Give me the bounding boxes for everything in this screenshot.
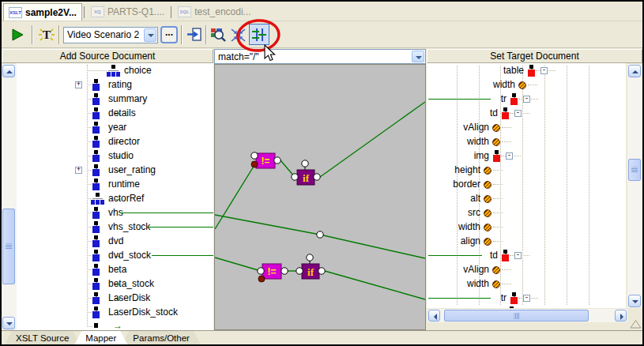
collapse-icon[interactable]: - xyxy=(514,252,522,259)
chevron-down-icon[interactable] xyxy=(144,28,156,42)
port[interactable] xyxy=(314,174,320,180)
port[interactable] xyxy=(307,254,313,261)
scroll-thumb[interactable] xyxy=(2,209,15,284)
source-vertical-scrollbar[interactable] xyxy=(2,64,17,330)
tree-item-vhs_stock[interactable]: vhs_stock xyxy=(17,220,213,235)
play-icon xyxy=(9,27,25,43)
tree-item-user_rating[interactable]: +user_rating xyxy=(17,164,213,178)
browse-scenarios-button[interactable]: ... xyxy=(160,26,178,43)
tree-item-label: border xyxy=(453,178,480,192)
port[interactable] xyxy=(281,268,288,274)
attribute-icon xyxy=(484,167,491,175)
mapping-canvas[interactable]: != if != if xyxy=(214,64,426,330)
tree-item-align[interactable]: align xyxy=(427,235,626,249)
view-tab-params-other[interactable]: Params/Other xyxy=(122,331,201,344)
collapse-all-button[interactable] xyxy=(228,25,247,44)
tree-item-dvd_stock[interactable]: dvd_stock xyxy=(17,249,213,263)
tree-item-vhs[interactable]: vhs xyxy=(17,206,213,220)
tree-item-summary[interactable]: summary→ xyxy=(17,92,213,107)
tree-guide-stub xyxy=(514,156,521,156)
doc-tab-testencodi[interactable]: sqltest_encodi... xyxy=(173,3,255,21)
chevron-down-icon[interactable] xyxy=(412,51,424,62)
tree-item-width[interactable]: width xyxy=(427,78,626,92)
tree-item-studio[interactable]: studio→ xyxy=(17,149,213,164)
tree-item-vAlign[interactable]: vAlign xyxy=(427,263,626,277)
port[interactable] xyxy=(274,157,281,164)
expand-icon[interactable]: + xyxy=(75,81,82,88)
tree-item-height[interactable]: height xyxy=(427,164,626,178)
port[interactable] xyxy=(302,160,308,167)
icon-part xyxy=(100,200,104,205)
match-combobox[interactable]: match="/" xyxy=(214,49,426,64)
tree-item-src[interactable]: src xyxy=(427,206,626,220)
tree-item-td[interactable]: td- xyxy=(427,107,626,121)
tree-item-director[interactable]: director→ xyxy=(17,135,213,149)
port[interactable] xyxy=(258,268,264,274)
condition-port[interactable] xyxy=(258,276,265,282)
collapse-icon[interactable]: - xyxy=(540,67,548,74)
doc-tab-sample2v[interactable]: xsltsample2V... xyxy=(3,3,82,21)
collapse-icon[interactable]: - xyxy=(514,110,522,117)
scroll-down-button[interactable] xyxy=(2,317,15,329)
tree-item-details[interactable]: details xyxy=(17,107,213,121)
tree-item-vAlign[interactable]: vAlign xyxy=(427,121,626,135)
port[interactable] xyxy=(292,174,298,180)
expand-icon[interactable]: + xyxy=(75,167,82,174)
tree-item-alt[interactable]: alt xyxy=(427,192,626,206)
view-tab-mapper[interactable]: Mapper xyxy=(74,331,127,344)
scenario-combobox[interactable]: Video Scenario 2 xyxy=(63,27,158,43)
scroll-up-button[interactable] xyxy=(628,65,641,77)
tree-item-table[interactable]: table- xyxy=(427,64,626,78)
tree-item-actorRef[interactable]: actorRef xyxy=(17,192,213,206)
collapse-icon[interactable]: - xyxy=(506,152,513,160)
tree-item-runtime[interactable]: runtime→ xyxy=(17,178,213,192)
tree-item-rating[interactable]: +rating xyxy=(17,78,213,92)
port[interactable] xyxy=(296,268,303,274)
tree-item-width[interactable]: width xyxy=(427,135,626,149)
back-map-button[interactable] xyxy=(185,25,204,44)
scroll-down-button[interactable] xyxy=(628,295,641,307)
tree-item-beta[interactable]: beta→ xyxy=(17,263,213,277)
not-equal-label: != xyxy=(267,266,276,277)
text-wizard-button[interactable]: T xyxy=(37,25,56,44)
port[interactable] xyxy=(318,268,325,274)
element-icon xyxy=(510,93,518,105)
tree-item-tr[interactable]: tr- xyxy=(427,291,626,306)
icon-part xyxy=(502,112,509,119)
doc-tab-partsq1[interactable]: xqPARTS-Q1.... xyxy=(86,3,169,21)
tree-item-border[interactable]: border xyxy=(427,178,626,192)
resize-grip-icon[interactable] xyxy=(630,320,642,329)
tree-item-LaserDisk_stock[interactable]: LaserDisk_stock→ xyxy=(17,306,213,320)
collapse-icon[interactable]: - xyxy=(523,295,530,302)
tree-item-tr[interactable]: tr- xyxy=(427,92,626,107)
condition-port[interactable] xyxy=(251,161,258,167)
scroll-thumb[interactable] xyxy=(628,159,641,181)
collapse-icon[interactable]: - xyxy=(523,96,530,103)
preview-run-button[interactable] xyxy=(8,25,27,44)
tree-item-img[interactable]: img- xyxy=(427,149,626,164)
element-icon xyxy=(92,221,100,233)
scroll-thumb[interactable] xyxy=(444,310,589,322)
scroll-right-button[interactable] xyxy=(615,310,627,322)
tree-item-width[interactable]: width xyxy=(427,220,626,235)
show-block-links-toggle[interactable] xyxy=(249,24,269,45)
icon-part xyxy=(92,155,100,162)
tree-item-width[interactable]: width xyxy=(427,277,626,291)
icon-part xyxy=(92,212,100,219)
tree-item-td[interactable]: td- xyxy=(427,249,626,263)
tree-item-LaserDisk[interactable]: LaserDisk xyxy=(17,291,213,306)
target-horizontal-scrollbar[interactable] xyxy=(427,309,627,322)
element-icon xyxy=(92,307,100,318)
tree-item-label: user_rating xyxy=(108,164,156,178)
tree-item-choice[interactable]: choice xyxy=(17,64,213,78)
tree-item-year[interactable]: year→ xyxy=(17,121,213,135)
port[interactable] xyxy=(317,231,323,238)
find-preview-button[interactable] xyxy=(209,25,228,44)
tree-item-dvd[interactable]: dvd→ xyxy=(17,235,213,249)
port[interactable] xyxy=(251,152,258,159)
scroll-up-button[interactable] xyxy=(2,65,15,77)
scroll-left-button[interactable] xyxy=(428,310,440,322)
tree-item-beta_stock[interactable]: beta_stock→ xyxy=(17,277,213,291)
target-vertical-scrollbar[interactable] xyxy=(627,64,642,308)
view-tab-xslt-source[interactable]: XSLT Source xyxy=(5,331,80,344)
